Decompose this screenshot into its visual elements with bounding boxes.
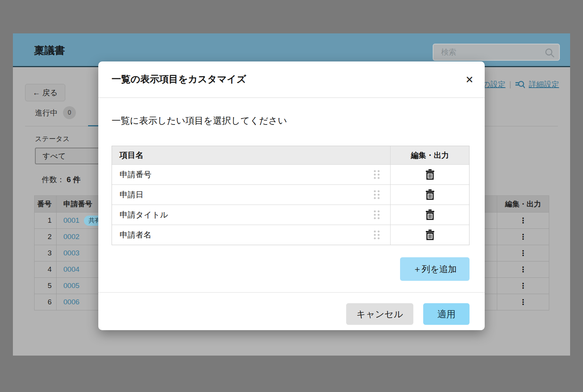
delete-column-button[interactable] (425, 229, 435, 241)
apply-button[interactable]: 適用 (423, 303, 470, 325)
dialog-footer-divider (98, 292, 485, 293)
row-actions-menu-icon[interactable]: ⋮ (519, 298, 527, 306)
edit-output-header: 編集・出力 (390, 146, 469, 164)
row-number: 2 (35, 229, 56, 245)
row-actions-menu-icon[interactable]: ⋮ (519, 266, 527, 273)
app-number-link[interactable]: 0002 (63, 233, 79, 241)
advanced-settings-link[interactable]: 詳細設定 (529, 79, 559, 90)
drag-handle-icon[interactable] (374, 190, 380, 199)
column-label: 申請番号 (120, 169, 151, 180)
row-number: 5 (35, 278, 56, 294)
status-label: ステータス (35, 134, 70, 143)
app-number-link[interactable]: 0005 (63, 282, 79, 290)
dialog-subtitle: 一覧に表示したい項目を選択してください (112, 115, 287, 127)
delete-column-button[interactable] (425, 169, 435, 180)
app-number-link[interactable]: 0006 (63, 298, 79, 306)
row-number: 6 (35, 294, 56, 310)
delete-column-button[interactable] (425, 209, 435, 220)
tab-in-progress[interactable]: 進行中 (35, 108, 58, 118)
row-number: 4 (35, 261, 56, 277)
column-row: 申請者名 (112, 225, 469, 245)
search-icon (545, 48, 555, 59)
dialog-header-divider (98, 98, 485, 98)
page-title: 稟議書 (34, 33, 65, 67)
cancel-button[interactable]: キャンセル (346, 303, 413, 325)
search-placeholder: 検索 (441, 47, 456, 57)
column-label: 申請者名 (120, 230, 151, 240)
delete-column-button[interactable] (425, 189, 435, 200)
app-number-link[interactable]: 0001 (63, 216, 79, 225)
column-row: 申請日 (112, 184, 469, 205)
column-name-header: 項目名 (112, 146, 390, 164)
result-count: 件数： 6 件 (42, 175, 80, 185)
columns-table-header: 項目名 編集・出力 (112, 146, 469, 164)
app-number-link[interactable]: 0003 (63, 249, 79, 257)
trash-icon (425, 209, 435, 220)
links-separator: | (509, 80, 511, 89)
column-row: 申請番号 (112, 164, 469, 184)
customize-columns-dialog: 一覧の表示項目をカスタマイズ ✕ 一覧に表示したい項目を選択してください 項目名… (98, 61, 485, 330)
advanced-search-icon (515, 80, 525, 89)
drag-handle-icon[interactable] (374, 170, 380, 179)
app-number-link[interactable]: 0004 (63, 265, 79, 274)
col-header-actions: 編集・出力 (497, 196, 549, 212)
tab-bar: 進行中 0 完 (35, 106, 109, 119)
column-label: 申請日 (120, 189, 143, 200)
column-label: 申請タイトル (120, 209, 168, 220)
drag-handle-icon[interactable] (374, 231, 380, 239)
trash-icon (425, 189, 435, 200)
row-actions-menu-icon[interactable]: ⋮ (519, 233, 527, 241)
row-actions-menu-icon[interactable]: ⋮ (519, 282, 527, 290)
dialog-title: 一覧の表示項目をカスタマイズ (112, 73, 246, 85)
row-actions-menu-icon[interactable]: ⋮ (519, 217, 527, 224)
trash-icon (425, 229, 435, 241)
add-column-button[interactable]: ＋列を追加 (400, 257, 470, 281)
column-row: 申請タイトル (112, 205, 469, 225)
drag-handle-icon[interactable] (374, 211, 380, 219)
columns-table: 項目名 編集・出力 申請番号 (112, 146, 470, 245)
row-number: 1 (35, 213, 56, 228)
col-header-number: 番号 (35, 196, 56, 212)
status-select-value: すべて (43, 151, 66, 161)
row-number: 3 (35, 245, 56, 261)
search-input[interactable]: 検索 (433, 44, 560, 61)
trash-icon (425, 169, 435, 180)
close-icon[interactable]: ✕ (462, 72, 477, 87)
row-actions-menu-icon[interactable]: ⋮ (519, 249, 527, 257)
tab-in-progress-badge: 0 (63, 106, 76, 119)
back-button[interactable]: ← 戻る (25, 84, 65, 101)
settings-links: 目の設定 | 詳細設定 (475, 79, 559, 90)
